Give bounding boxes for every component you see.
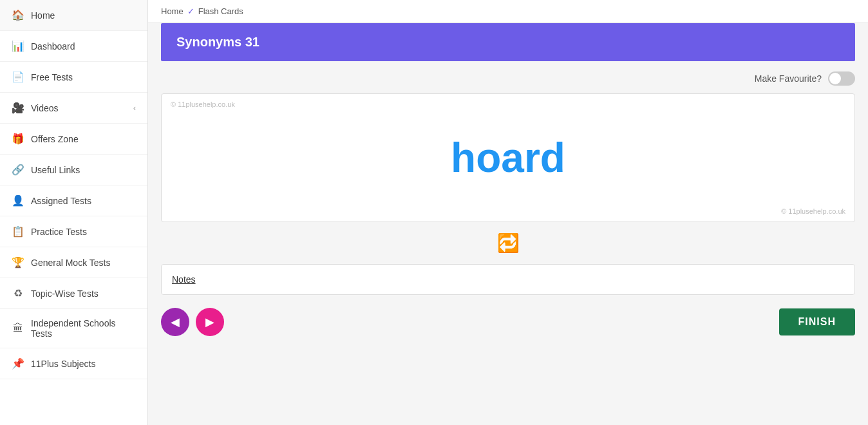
sidebar-item-videos[interactable]: 🎥 Videos ‹ <box>0 93 147 124</box>
sidebar-item-label: Useful Links <box>31 165 136 175</box>
flashcard-word: hoard <box>451 134 565 182</box>
sidebar-item-label: Dashboard <box>31 41 136 52</box>
breadcrumb-separator: ✓ <box>187 6 194 16</box>
flip-area[interactable]: 🔁 <box>161 232 855 254</box>
sidebar-item-label: Practice Tests <box>31 227 136 237</box>
sidebar-item-label: Videos <box>31 103 127 113</box>
copyright-top: © 11plusehelp.co.uk <box>171 100 235 108</box>
make-favourite-row: Make Favourite? <box>161 71 855 86</box>
recycle-icon: ♻ <box>12 287 24 299</box>
main-content: Home ✓ Flash Cards Synonyms 31 Make Favo… <box>148 0 868 425</box>
sidebar-item-home[interactable]: 🏠 Home <box>0 0 147 31</box>
copyright-bottom: © 11plusehelp.co.uk <box>781 207 845 215</box>
sidebar-item-label: Offers Zone <box>31 134 136 144</box>
next-button[interactable]: ▶ <box>196 308 224 336</box>
sidebar-item-independent-schools-tests[interactable]: 🏛 Independent Schools Tests <box>0 309 147 348</box>
chevron-icon: ‹ <box>133 104 136 113</box>
sidebar-item-label: General Mock Tests <box>31 258 136 268</box>
dashboard-icon: 📊 <box>12 40 24 52</box>
notes-link[interactable]: Notes <box>172 274 196 285</box>
sidebar-item-assigned-tests[interactable]: 👤 Assigned Tests <box>0 185 147 216</box>
sidebar-item-label: Home <box>31 10 136 21</box>
make-favourite-label: Make Favourite? <box>755 73 822 84</box>
sidebar-item-useful-links[interactable]: 🔗 Useful Links <box>0 155 147 185</box>
flashcard[interactable]: © 11plusehelp.co.uk hoard © 11plusehelp.… <box>161 93 855 222</box>
home-icon: 🏠 <box>12 9 24 21</box>
school-icon: 🏛 <box>12 323 24 334</box>
sidebar-item-11plus-subjects[interactable]: 📌 11Plus Subjects <box>0 348 147 379</box>
content-area: Synonyms 31 Make Favourite? © 11plusehel… <box>148 23 868 425</box>
breadcrumb-home[interactable]: Home <box>161 6 184 16</box>
trophy-icon: 🏆 <box>12 256 24 269</box>
breadcrumb: Home ✓ Flash Cards <box>148 0 868 23</box>
nav-left-buttons: ◀ ▶ <box>161 308 224 336</box>
breadcrumb-current: Flash Cards <box>198 6 243 16</box>
notes-section: Notes <box>161 264 855 295</box>
sidebar-item-label: Assigned Tests <box>31 196 136 206</box>
page-title-bar: Synonyms 31 <box>161 23 855 61</box>
sidebar-item-practice-tests[interactable]: 📋 Practice Tests <box>0 216 147 247</box>
sidebar-item-free-tests[interactable]: 📄 Free Tests <box>0 62 147 93</box>
navigation-buttons: ◀ ▶ FINISH <box>161 308 855 336</box>
document-icon: 📄 <box>12 71 24 83</box>
sidebar-item-topic-wise-tests[interactable]: ♻ Topic-Wise Tests <box>0 278 147 309</box>
user-plus-icon: 👤 <box>12 194 24 207</box>
sidebar-item-dashboard[interactable]: 📊 Dashboard <box>0 31 147 62</box>
flip-icon[interactable]: 🔁 <box>497 232 520 254</box>
sidebar-item-general-mock-tests[interactable]: 🏆 General Mock Tests <box>0 247 147 278</box>
sidebar-item-label: 11Plus Subjects <box>31 359 136 369</box>
sidebar: 🏠 Home 📊 Dashboard 📄 Free Tests 🎥 Videos… <box>0 0 148 425</box>
link-icon: 🔗 <box>12 164 24 176</box>
clipboard-icon: 📋 <box>12 225 24 238</box>
make-favourite-toggle[interactable] <box>828 71 855 86</box>
finish-button[interactable]: FINISH <box>779 308 855 335</box>
gift-icon: 🎁 <box>12 133 24 145</box>
sidebar-item-offers-zone[interactable]: 🎁 Offers Zone <box>0 124 147 155</box>
video-icon: 🎥 <box>12 102 24 114</box>
pin-icon: 📌 <box>12 357 24 370</box>
prev-button[interactable]: ◀ <box>161 308 189 336</box>
sidebar-item-label: Independent Schools Tests <box>31 318 136 339</box>
sidebar-item-label: Free Tests <box>31 72 136 82</box>
sidebar-item-label: Topic-Wise Tests <box>31 288 136 299</box>
page-title: Synonyms 31 <box>176 35 259 49</box>
